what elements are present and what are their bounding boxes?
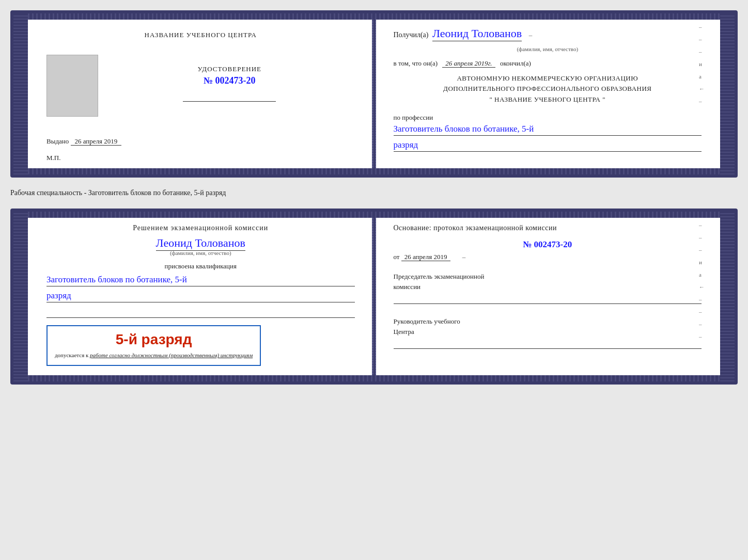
institution-line2: ДОПОЛНИТЕЛЬНОГО ПРОФЕССИОНАЛЬНОГО ОБРАЗО… <box>394 84 702 94</box>
awarded-text: присвоена квалификация <box>46 262 355 270</box>
head-label: Руководитель учебного Центра <box>394 316 702 337</box>
in-that-prefix: в том, что он(а) <box>394 59 438 67</box>
mp-label: М.П. <box>46 154 355 162</box>
profession-block: по профессии Заготовитель блоков по бота… <box>394 114 702 152</box>
margin-mark-r5: а <box>699 271 705 278</box>
stamp-grade: 5-й разряд <box>55 331 253 348</box>
margin-mark-r8: – <box>699 309 705 315</box>
between-text: Рабочая специальность - Заготовитель бло… <box>10 187 738 199</box>
right-margin-marks: – – – и а ← – <box>699 24 705 104</box>
stamp-small: допускается к работе согласно должностны… <box>55 351 253 360</box>
chair-sig-block: Председатель экзаменационной комиссии <box>394 271 702 304</box>
margin-mark-r1: – <box>699 222 705 228</box>
margin-mark-2: – <box>699 36 705 42</box>
margin-mark-4: и <box>699 61 705 67</box>
card1-left: НАЗВАНИЕ УЧЕБНОГО ЦЕНТРА УДОСТОВЕРЕНИЕ №… <box>28 13 375 174</box>
issued-line: Выдано 26 апреля 2019 <box>46 137 355 146</box>
date-value: 26 апреля 2019г. <box>442 59 495 68</box>
qualification-line1: Заготовитель блоков по ботанике, 5-й <box>46 275 355 286</box>
card2-left: Решением экзаменационной комиссии Леонид… <box>28 212 375 381</box>
margin-mark-r2: – <box>699 234 705 241</box>
left-center-block: УДОСТОВЕРЕНИЕ № 002473-20 <box>46 55 355 117</box>
rank-value-2: разряд <box>46 291 355 302</box>
margin-mark-r7: – <box>699 296 705 302</box>
school-name-left: НАЗВАНИЕ УЧЕБНОГО ЦЕНТРА <box>46 31 355 39</box>
name-sublabel: (фамилия, имя, отчество) <box>394 46 702 52</box>
stamp-italic: работе согласно должностным (производств… <box>90 352 253 358</box>
name-block-2: Леонид Толованов (фамилия, имя, отчество… <box>46 236 355 256</box>
profession-label: по профессии <box>394 114 702 122</box>
card2-right: – – – и а ← – – – – Основание: протокол … <box>375 212 721 381</box>
body-in-that: в том, что он(а) 26 апреля 2019г. окончи… <box>394 58 702 69</box>
cert-block: УДОСТОВЕРЕНИЕ № 002473-20 <box>104 65 355 102</box>
margin-mark-7: – <box>699 98 705 104</box>
margin-mark-r6: ← <box>699 284 705 290</box>
institution-line3: " НАЗВАНИЕ УЧЕБНОГО ЦЕНТРА " <box>394 94 702 105</box>
margin-mark-1: – <box>699 24 705 30</box>
recipient-name: Леонид Толованов <box>432 27 522 41</box>
margin-mark-6: ← <box>699 86 705 92</box>
cert-number: № 002473-20 <box>204 75 256 86</box>
chair-sig-line <box>394 294 702 304</box>
issued-date: 26 апреля 2019 <box>71 137 122 146</box>
photo-placeholder <box>46 55 98 117</box>
date-line: от 26 апреля 2019 – <box>394 253 702 261</box>
head-sig-block: Руководитель учебного Центра <box>394 316 702 349</box>
decision-text: Решением экзаменационной комиссии <box>46 224 355 232</box>
protocol-number: № 002473-20 <box>394 239 702 250</box>
certificate-card-2: Решением экзаменационной комиссии Леонид… <box>10 209 738 385</box>
margin-mark-3: – <box>699 49 705 55</box>
margin-mark-5: а <box>699 73 705 79</box>
rank-value: разряд <box>394 140 702 152</box>
institution-line1: АВТОНОМНУЮ НЕКОММЕРЧЕСКУЮ ОРГАНИЗАЦИЮ <box>394 73 702 84</box>
issued-label: Выдано <box>46 137 69 145</box>
margin-mark-r3: – <box>699 247 705 253</box>
certificate-card-1: НАЗВАНИЕ УЧЕБНОГО ЦЕНТРА УДОСТОВЕРЕНИЕ №… <box>10 10 738 178</box>
basis-text: Основание: протокол экзаменационной коми… <box>394 224 702 232</box>
margin-mark-r9: – <box>699 321 705 327</box>
received-prefix: Получил(а) <box>394 31 429 39</box>
name-value-2: Леонид Толованов <box>156 236 245 251</box>
profession-value: Заготовитель блоков по ботанике, 5-й <box>394 124 702 136</box>
stamp-box: 5-й разряд допускается к работе согласно… <box>46 325 261 366</box>
date-value-2: 26 апреля 2019 <box>401 253 450 261</box>
margin-mark-r4: и <box>699 259 705 265</box>
date-prefix: от <box>394 253 400 261</box>
received-line: Получил(а) Леонид Толованов – <box>394 26 702 42</box>
stamp-prefix: допускается к <box>55 352 88 358</box>
page-wrapper: НАЗВАНИЕ УЧЕБНОГО ЦЕНТРА УДОСТОВЕРЕНИЕ №… <box>10 10 738 385</box>
finished-suffix: окончил(а) <box>500 59 531 67</box>
head-sig-line <box>394 339 702 349</box>
right-margin-marks-2: – – – и а ← – – – – <box>699 222 705 340</box>
margin-mark-r10: – <box>699 333 705 340</box>
name-sublabel-2: (фамилия, имя, отчество) <box>46 250 355 256</box>
card1-right: – – – и а ← – Получил(а) Леонид Толовано… <box>375 13 721 174</box>
institution-block: АВТОНОМНУЮ НЕКОММЕРЧЕСКУЮ ОРГАНИЗАЦИЮ ДО… <box>394 73 702 105</box>
chair-label: Председатель экзаменационной комиссии <box>394 271 702 292</box>
cert-label: УДОСТОВЕРЕНИЕ <box>197 65 261 73</box>
